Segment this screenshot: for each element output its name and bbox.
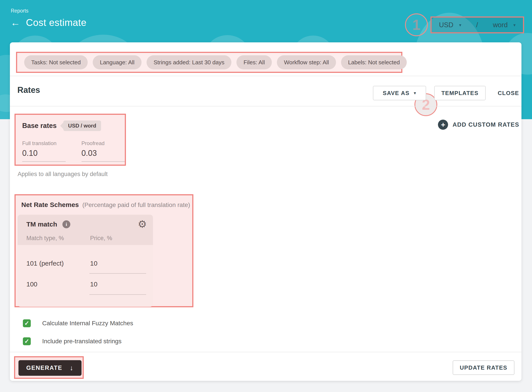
tm-match-type-101: 101 (perfect) [26,260,64,267]
base-rates-unit-chip: USD / word [63,121,101,131]
add-custom-rates-button[interactable]: + ADD CUSTOM RATES [438,120,519,130]
titlebar: ← Cost estimate [10,17,86,28]
chevron-down-icon: ▾ [414,91,416,95]
full-translation-label: Full translation [22,140,66,146]
filters-annotation-box: Tasks: Not selected Language: All String… [16,52,402,73]
generate-annotation-box: GENERATE ↓ [14,356,84,379]
net-rate-schemes-annotation-box: Net Rate Schemes (Percentage paid of ful… [14,194,193,307]
plus-icon: + [438,120,448,130]
net-rate-schemes-subtitle: (Percentage paid of full translation rat… [82,201,190,209]
close-button[interactable]: CLOSE [493,86,523,100]
proofread-field: Proofread 0.03 [81,140,125,162]
separator: / [476,21,478,29]
tm-price-input-101[interactable]: 10 [90,260,147,267]
templates-button[interactable]: TEMPLATES [434,86,486,100]
unit-value: word [493,21,508,29]
base-rates-annotation-box: Base rates USD / word Full translation 0… [14,114,126,166]
filter-chip-workflow-step[interactable]: Workflow step: All [277,55,336,69]
input-underline [90,294,146,295]
divider [10,76,522,76]
currency-unit-selector: USD ▾ / word ▾ [431,16,524,33]
cost-estimate-page: Reports ← Cost estimate USD ▾ / word ▾ 1… [0,0,532,392]
save-as-label: SAVE AS [383,90,410,97]
rates-card: Tasks: Not selected Language: All String… [10,42,522,381]
generate-label: GENERATE [26,364,62,371]
annotation-circle-1: 1 [405,13,428,36]
full-translation-field: Full translation 0.10 [22,140,66,162]
input-underline [90,273,146,274]
divider [10,352,522,352]
download-arrow-icon: ↓ [70,364,74,372]
currency-select[interactable]: USD ▾ [439,21,461,29]
include-pretranslated-checkbox-row[interactable]: ✓ Include pre-translated strings [23,337,122,345]
update-rates-button[interactable]: UPDATE RATES [453,360,514,375]
gear-icon[interactable]: ⚙ [138,219,147,229]
back-arrow-icon[interactable]: ← [10,18,20,28]
base-rates-note: Applies to all languages by default [18,171,108,177]
info-icon[interactable]: i [62,220,70,228]
tm-match-type-100: 100 [26,280,37,288]
filter-chip-tasks[interactable]: Tasks: Not selected [24,55,88,69]
breadcrumb[interactable]: Reports [11,8,28,14]
base-rates-header: Base rates USD / word [22,121,125,131]
base-rates-title: Base rates [22,122,57,130]
net-rate-schemes-title: Net Rate Schemes [21,201,79,209]
base-rates-fields: Full translation 0.10 Proofread 0.03 [22,140,125,162]
price-column-header: Price, % [90,235,112,242]
tm-match-title-row: TM match i [26,220,70,228]
filter-chip-labels[interactable]: Labels: Not selected [341,55,407,69]
templates-label: TEMPLATES [441,90,478,97]
filter-chip-language[interactable]: Language: All [93,55,142,69]
checkbox-label: Include pre-translated strings [42,338,122,345]
checkbox-checked-icon[interactable]: ✓ [23,319,31,327]
save-as-button[interactable]: SAVE AS ▾ [373,86,426,100]
tm-match-card: TM match i ⚙ Match type, % Price, % 101 … [18,215,153,307]
net-rate-schemes-header: Net Rate Schemes (Percentage paid of ful… [16,195,192,209]
page-title: Cost estimate [26,17,86,28]
checkbox-label: Calculate Internal Fuzzy Matches [42,320,133,327]
proofread-input[interactable]: 0.03 [81,149,125,162]
unit-select[interactable]: word ▾ [493,21,516,29]
filter-chip-strings-added[interactable]: Strings added: Last 30 days [147,55,231,69]
checkbox-checked-icon[interactable]: ✓ [23,337,31,345]
filter-chip-files[interactable]: Files: All [237,55,272,69]
generate-button[interactable]: GENERATE ↓ [19,360,81,376]
calculate-fuzzy-matches-checkbox-row[interactable]: ✓ Calculate Internal Fuzzy Matches [23,319,133,327]
divider [10,106,522,107]
proofread-label: Proofread [81,140,125,146]
add-custom-rates-label: ADD CUSTOM RATES [452,121,519,128]
tm-match-title: TM match [26,221,57,228]
tm-price-input-100[interactable]: 10 [90,280,147,288]
rates-section-title: Rates [17,85,40,95]
chevron-down-icon: ▾ [459,22,461,28]
chevron-down-icon: ▾ [513,22,516,28]
match-type-column-header: Match type, % [26,235,64,242]
full-translation-input[interactable]: 0.10 [22,149,66,162]
currency-value: USD [439,21,453,29]
